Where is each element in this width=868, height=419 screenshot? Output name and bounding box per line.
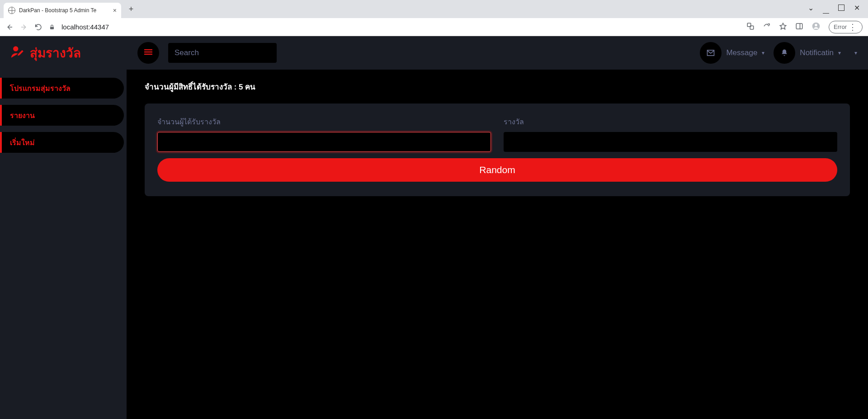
sidebar-nav: โปรแกรมสุ่มรางวัล รายงาน เริ่มใหม่ xyxy=(0,70,127,153)
window-minimize-icon[interactable] xyxy=(823,7,829,14)
error-chip-label: Error xyxy=(834,24,847,30)
notifications-dropdown[interactable]: Notificatin ▾ xyxy=(774,42,841,64)
random-button[interactable]: Random xyxy=(157,158,837,182)
tab-title: DarkPan - Bootstrap 5 Admin Te xyxy=(19,7,109,14)
content: จำนวนผู้มีสิทธิ์ได้รับรางวัล : 5 คน จำนว… xyxy=(127,70,868,207)
svg-rect-6 xyxy=(796,24,802,29)
window-controls: ⌄ ✕ xyxy=(799,5,868,14)
error-chip[interactable]: Error ⋮ xyxy=(829,21,863,33)
browser-tab[interactable]: DarkPan - Bootstrap 5 Admin Te × xyxy=(4,3,121,18)
side-panel-icon[interactable] xyxy=(795,22,803,32)
bell-icon xyxy=(774,42,795,64)
chevron-down-icon: ▾ xyxy=(854,50,857,56)
notifications-label: Notificatin xyxy=(800,48,834,57)
topbar: Message ▾ Notificatin ▾ ▾ xyxy=(127,36,868,70)
messages-label: Message xyxy=(726,48,757,57)
svg-rect-11 xyxy=(144,49,152,50)
chevron-down-icon: ▾ xyxy=(762,50,764,56)
prize-input[interactable] xyxy=(504,132,837,152)
reload-icon[interactable] xyxy=(34,23,42,31)
form-panel: จำนวนผู้ได้รับรางวัล รางวัล Random xyxy=(145,104,850,196)
sidebar-item-label: เริ่มใหม่ xyxy=(10,137,35,148)
globe-icon xyxy=(8,7,15,14)
winner-count-input[interactable] xyxy=(157,132,491,152)
brand[interactable]: สุ่มรางวัล xyxy=(0,36,127,70)
sidebar-toggle-button[interactable] xyxy=(137,42,159,64)
messages-dropdown[interactable]: Message ▾ xyxy=(700,42,764,64)
translate-icon[interactable] xyxy=(746,22,755,32)
prize-label: รางวัล xyxy=(504,116,837,127)
bars-icon xyxy=(144,48,152,58)
sidebar-item-program[interactable]: โปรแกรมสุ่มรางวัล xyxy=(0,78,124,99)
sidebar: สุ่มรางวัล โปรแกรมสุ่มรางวัล รายงาน เริ่… xyxy=(0,36,127,419)
window-maximize-icon[interactable] xyxy=(838,5,844,11)
envelope-icon xyxy=(700,42,722,64)
window-close-icon[interactable]: ✕ xyxy=(854,5,860,11)
lock-icon xyxy=(49,24,55,30)
svg-point-10 xyxy=(13,46,18,51)
svg-rect-2 xyxy=(50,27,54,29)
menu-dots-icon: ⋮ xyxy=(849,22,858,32)
browser-address-bar: localhost:44347 Error ⋮ xyxy=(0,18,868,36)
profile-icon[interactable] xyxy=(811,22,821,32)
sidebar-item-report[interactable]: รายงาน xyxy=(0,105,124,126)
url-text[interactable]: localhost:44347 xyxy=(61,23,109,31)
tabs-dropdown-icon[interactable]: ⌄ xyxy=(807,5,814,11)
sidebar-item-label: รายงาน xyxy=(10,110,35,121)
brand-text: สุ่มรางวัล xyxy=(30,43,81,63)
sidebar-item-restart[interactable]: เริ่มใหม่ xyxy=(0,132,124,153)
sidebar-item-label: โปรแกรมสุ่มรางวัล xyxy=(10,83,71,94)
bookmark-icon[interactable] xyxy=(779,22,787,32)
user-edit-icon xyxy=(10,44,25,61)
chevron-down-icon: ▾ xyxy=(838,50,841,56)
svg-point-9 xyxy=(815,24,817,26)
app-root: สุ่มรางวัล โปรแกรมสุ่มรางวัล รายงาน เริ่… xyxy=(0,36,868,419)
random-button-label: Random xyxy=(479,165,515,175)
count-label: จำนวนผู้ได้รับรางวัล xyxy=(157,116,491,127)
svg-rect-12 xyxy=(144,52,152,52)
user-dropdown[interactable]: ▾ xyxy=(850,50,857,56)
page-title: จำนวนผู้มีสิทธิ์ได้รับรางวัล : 5 คน xyxy=(145,80,850,93)
close-tab-icon[interactable]: × xyxy=(113,7,117,14)
browser-tab-strip: DarkPan - Bootstrap 5 Admin Te × + ⌄ ✕ xyxy=(0,0,868,18)
new-tab-button[interactable]: + xyxy=(125,5,137,14)
search-input[interactable] xyxy=(168,43,277,63)
share-icon[interactable] xyxy=(763,22,771,32)
forward-icon[interactable] xyxy=(20,23,28,31)
svg-rect-13 xyxy=(144,54,152,55)
svg-marker-5 xyxy=(780,23,786,29)
main-area: Message ▾ Notificatin ▾ ▾ จำนวนผู้มีสิทธ… xyxy=(127,36,868,419)
back-icon[interactable] xyxy=(5,23,14,31)
